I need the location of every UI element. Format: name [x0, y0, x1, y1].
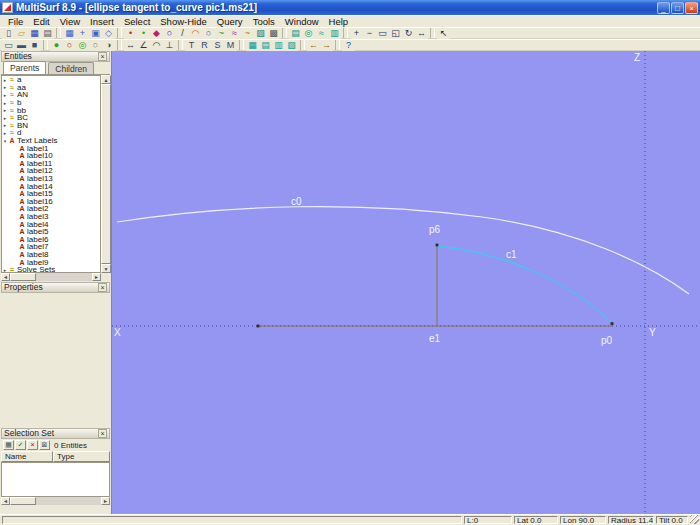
line-entity-icon[interactable]: /: [176, 28, 189, 39]
menu-select[interactable]: Select: [119, 16, 155, 28]
save-icon[interactable]: ▦: [28, 28, 41, 39]
scroll-up-icon[interactable]: ▲: [101, 75, 111, 84]
redo-icon[interactable]: →: [320, 40, 333, 51]
drawing-canvas[interactable]: c0 p6 c1 e1 p0 X Y Z: [112, 51, 700, 514]
zoom-in-icon[interactable]: +: [350, 28, 363, 39]
report-icon[interactable]: ▧: [285, 40, 298, 51]
bead-entity-icon[interactable]: •: [137, 28, 150, 39]
tree-item-label7[interactable]: A label7: [2, 243, 100, 251]
mirror-icon[interactable]: M: [224, 40, 237, 51]
selection-list[interactable]: [1, 462, 110, 497]
menu-file[interactable]: File: [3, 16, 28, 28]
undo-icon[interactable]: ←: [307, 40, 320, 51]
open-file-icon[interactable]: ▱: [15, 28, 28, 39]
shaded-display-icon[interactable]: ▬: [15, 40, 28, 51]
menu-tools[interactable]: Tools: [248, 16, 280, 28]
menu-query[interactable]: Query: [212, 16, 248, 28]
point-entity-icon[interactable]: •: [124, 28, 137, 39]
swept-surface-icon[interactable]: ≈: [315, 28, 328, 39]
tree-vertical-scrollbar[interactable]: ▲ ▼: [101, 75, 111, 273]
column-header-type[interactable]: Type: [53, 451, 110, 462]
menu-window[interactable]: Window: [280, 16, 324, 28]
measure-normal-icon[interactable]: ⊥: [163, 40, 176, 51]
show-entity-icon[interactable]: ●: [50, 40, 63, 51]
scroll-thumb[interactable]: [101, 84, 111, 264]
curve-label-c0[interactable]: c0: [291, 197, 302, 207]
help-icon[interactable]: ?: [342, 40, 355, 51]
tree-item-label2[interactable]: A label2: [2, 205, 100, 213]
entities-close-icon[interactable]: [98, 52, 107, 61]
circle-entity-icon[interactable]: ○: [202, 28, 215, 39]
hide-all-icon[interactable]: ○: [89, 40, 102, 51]
tree-item-label8[interactable]: A label8: [2, 251, 100, 259]
pan-view-icon[interactable]: ↔: [415, 28, 428, 39]
curve-c0[interactable]: [117, 207, 689, 294]
tree-item-label3[interactable]: A label3: [2, 213, 100, 221]
point-p0[interactable]: [611, 322, 614, 325]
ccurve-entity-icon[interactable]: ≈: [228, 28, 241, 39]
toggle-visibility-icon[interactable]: ◑: [102, 40, 115, 51]
point-label-p6[interactable]: p6: [429, 225, 440, 235]
translate-icon[interactable]: T: [185, 40, 198, 51]
scroll-thumb[interactable]: [10, 497, 36, 505]
point-e1-left[interactable]: [257, 325, 260, 328]
show-all-icon[interactable]: ◎: [76, 40, 89, 51]
selection-list-icon[interactable]: ▦: [3, 440, 14, 450]
tree-item-solve-sets[interactable]: ▸ = Solve Sets: [2, 266, 100, 273]
menu-view[interactable]: View: [55, 16, 85, 28]
rotate-icon[interactable]: R: [198, 40, 211, 51]
tab-parents[interactable]: Parents: [3, 61, 46, 74]
point-p6[interactable]: [436, 244, 439, 247]
scroll-thumb[interactable]: [10, 273, 36, 281]
scroll-right-icon[interactable]: ►: [101, 497, 110, 505]
arc-entity-icon[interactable]: ◠: [189, 28, 202, 39]
surface-entity-icon[interactable]: ▨: [254, 28, 267, 39]
axes-view-icon[interactable]: +: [76, 28, 89, 39]
perspective-view-icon[interactable]: ◇: [102, 28, 115, 39]
select-arrow-icon[interactable]: ↖: [437, 28, 450, 39]
ring-entity-icon[interactable]: ○: [163, 28, 176, 39]
tree-item-label16[interactable]: A label16: [2, 198, 100, 206]
menu-insert[interactable]: Insert: [85, 16, 119, 28]
print-icon[interactable]: ▤: [41, 28, 54, 39]
point-label-p0[interactable]: p0: [601, 336, 612, 346]
hide-entity-icon[interactable]: ○: [63, 40, 76, 51]
scroll-left-icon[interactable]: ◄: [1, 497, 10, 505]
measure-angle-icon[interactable]: ∠: [137, 40, 150, 51]
titlebar[interactable]: MultiSurf 8.9 - [ellipse tangent to_curv…: [0, 0, 700, 15]
menu-show-hide[interactable]: Show-Hide: [155, 16, 211, 28]
scroll-left-icon[interactable]: ◄: [1, 273, 10, 281]
selection-clear-icon[interactable]: ⊠: [39, 440, 50, 450]
curve-c1[interactable]: [437, 246, 612, 323]
measure-curvature-icon[interactable]: ◠: [150, 40, 163, 51]
export-icon[interactable]: ▤: [259, 40, 272, 51]
tree-item-label5[interactable]: A label5: [2, 228, 100, 236]
ruled-surface-icon[interactable]: ▤: [289, 28, 302, 39]
tab-children[interactable]: Children: [48, 62, 94, 74]
bcurve-entity-icon[interactable]: ~: [215, 28, 228, 39]
edge-label-e1[interactable]: e1: [429, 334, 440, 344]
close-button[interactable]: ×: [685, 2, 698, 14]
column-header-name[interactable]: Name: [1, 451, 53, 462]
tree-item-label4[interactable]: A label4: [2, 220, 100, 228]
ortho-view-icon[interactable]: ▣: [89, 28, 102, 39]
database-icon[interactable]: ▦: [246, 40, 259, 51]
maximize-button[interactable]: □: [671, 2, 684, 14]
measure-distance-icon[interactable]: ↔: [124, 40, 137, 51]
wireframe-display-icon[interactable]: ▭: [2, 40, 15, 51]
tree-item-text-labels[interactable]: ▾ A Text Labels: [2, 137, 100, 145]
selection-close-icon[interactable]: [98, 429, 107, 438]
zoom-window-icon[interactable]: ▭: [376, 28, 389, 39]
selection-horizontal-scrollbar[interactable]: ◄ ►: [1, 497, 110, 505]
lofted-surface-icon[interactable]: ▥: [328, 28, 341, 39]
zoom-all-icon[interactable]: ◱: [389, 28, 402, 39]
selection-remove-icon[interactable]: ×: [27, 440, 38, 450]
rotate-view-icon[interactable]: ↻: [402, 28, 415, 39]
menu-edit[interactable]: Edit: [28, 16, 54, 28]
tree-horizontal-scrollbar[interactable]: ◄ ►: [1, 273, 101, 281]
minimize-button[interactable]: _: [657, 2, 670, 14]
zoom-out-icon[interactable]: −: [363, 28, 376, 39]
solid-entity-icon[interactable]: ▩: [267, 28, 280, 39]
magnet-entity-icon[interactable]: ◆: [150, 28, 163, 39]
scale-icon[interactable]: S: [211, 40, 224, 51]
